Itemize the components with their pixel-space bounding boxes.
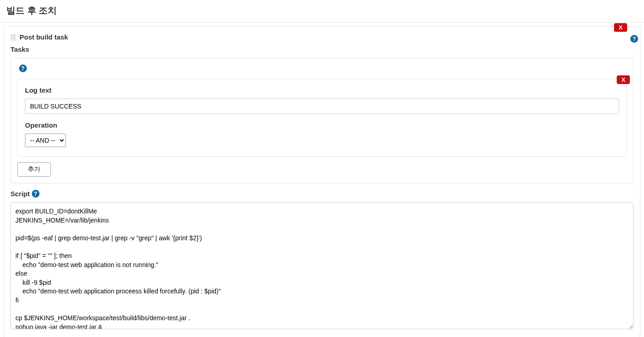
log-text-input[interactable] bbox=[25, 99, 619, 114]
operation-select[interactable]: -- AND -- bbox=[25, 134, 66, 147]
help-icon[interactable]: ? bbox=[32, 190, 40, 198]
operation-label: Operation bbox=[25, 121, 619, 129]
delete-panel-button[interactable]: X bbox=[614, 23, 627, 32]
tasks-label: Tasks bbox=[10, 45, 634, 53]
post-build-task-panel: X ? Post build task Tasks ? X Log text O… bbox=[4, 26, 640, 337]
log-task-block: X Log text Operation -- AND -- bbox=[17, 79, 627, 157]
panel-title: Post build task bbox=[20, 33, 68, 41]
log-text-label: Log text bbox=[25, 86, 619, 94]
delete-task-button[interactable]: X bbox=[617, 75, 630, 84]
help-icon[interactable]: ? bbox=[19, 64, 27, 72]
script-textarea[interactable] bbox=[10, 202, 634, 329]
script-label: Script bbox=[10, 190, 30, 198]
add-task-button[interactable]: 추가 bbox=[17, 162, 51, 177]
tasks-container: ? X Log text Operation -- AND -- 추가 bbox=[10, 58, 634, 183]
drag-handle-icon[interactable] bbox=[10, 34, 16, 40]
section-title: 빌드 후 조치 bbox=[0, 0, 644, 23]
